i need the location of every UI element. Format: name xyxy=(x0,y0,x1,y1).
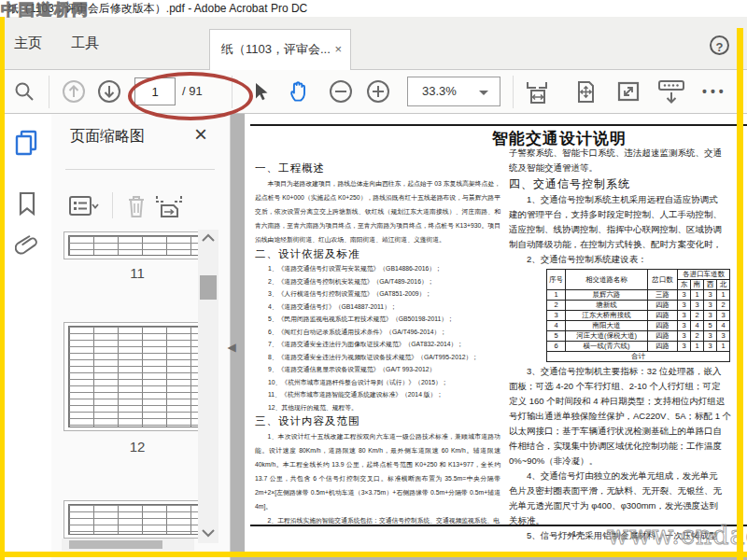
more-tools-icon[interactable]: ••• xyxy=(702,84,727,99)
bookmarks-icon[interactable] xyxy=(16,190,38,217)
document-tab[interactable]: 纸（1103，评审会... × xyxy=(209,29,351,70)
doc-line: 以太网接口；基于车辆通行状况检测基础上的单路口自 xyxy=(509,424,747,439)
doc-line: 号灯输出通道单独保险丝保护，AC220V、5A；标配 1 个 xyxy=(509,409,747,424)
table-subheader: 西 xyxy=(704,280,717,290)
tab-tools[interactable]: 工具 xyxy=(56,17,114,69)
attachments-icon[interactable] xyxy=(15,233,39,261)
sheet-frame-top xyxy=(250,124,747,126)
table-header: 岔口数 xyxy=(648,270,678,290)
paragraph: 1、本次设计红十五线改建工程按双向六车道一级公路技术标准，兼顾城市道路功能。设计… xyxy=(255,429,500,513)
signal-control-table: 序号 相交道路名称 岔口数 各进口车道数 东 南 西 北 1晨辉六路三路3131 xyxy=(546,269,730,362)
close-tab-icon[interactable]: × xyxy=(334,30,342,69)
hand-tool-icon[interactable] xyxy=(286,78,311,104)
doc-line: 0%~90%（非冷凝）。 xyxy=(509,454,747,469)
panel-collapse-icon[interactable]: ◀ xyxy=(224,334,239,360)
doc-line: 子警察系统、智能卡口系统、违法超速监测系统、交通 xyxy=(509,146,747,161)
table-subheader: 北 xyxy=(717,280,730,290)
standard-item: 12、其他现行的规范、规程等。 xyxy=(268,401,500,414)
paragraph: 本项目为老路改建项目，路线总体走向由西往东，起点始于 03 东复线高架终点处，起… xyxy=(255,176,500,246)
delete-pages-icon[interactable] xyxy=(123,192,149,220)
page-next-icon[interactable] xyxy=(97,79,121,104)
doc-line: 建的管理平台，支持多时段定时控制、人工手动控制、 xyxy=(509,207,747,222)
toolbar-divider xyxy=(513,76,514,108)
standard-item: 5、《民用闭路监视电视系统工程技术规范》（GB50198-2011）； xyxy=(268,313,500,326)
panel-toolbar-divider xyxy=(112,192,113,218)
doc-line: 件相结合，实现集中协调区域优化控制功能；工作温度 xyxy=(509,439,747,454)
doc-line: 光单元透光面尺寸为 φ400、φ300mm，发光强度达到 xyxy=(509,498,747,513)
standard-item: 3、《人行横道信号灯控制设置规范》（GAT851-2009）； xyxy=(268,287,500,301)
doc-line: 1、交通信号控制系统主机采用远程自适应协调式 xyxy=(509,192,747,207)
table-row: 3江东大桥南接线四路3233 xyxy=(547,311,730,321)
fullscreen-icon[interactable] xyxy=(616,79,641,104)
zoom-level-dropdown[interactable]: 33.3% xyxy=(407,77,500,106)
page-previous-icon[interactable] xyxy=(62,79,86,104)
standard-item: 9、《道路交通信息显示设备设置规范》（GA/T 993-2012） xyxy=(268,363,500,376)
close-panel-icon[interactable]: × xyxy=(194,121,207,147)
table-row: 2塘新线四路3332 xyxy=(547,301,730,311)
frame-bottom xyxy=(0,552,747,557)
search-icon[interactable] xyxy=(13,80,35,103)
thumbnail-options-icon[interactable] xyxy=(67,193,99,219)
table-subheader: 东 xyxy=(678,280,691,290)
horizontal-scroll-thumb[interactable] xyxy=(69,540,162,549)
table-row: 4南阳大道四路3454 xyxy=(547,321,730,331)
document-tab-label: 纸（1103，评审会... xyxy=(221,30,331,69)
thumbnail-page-11[interactable] xyxy=(63,231,211,259)
thumbnail-page-13[interactable] xyxy=(63,500,211,539)
table-header: 各进口车道数 xyxy=(678,270,730,280)
table-row: 合计 xyxy=(547,352,730,362)
page-thumbnails-icon[interactable] xyxy=(13,129,39,157)
frame-left xyxy=(0,17,5,560)
table-header: 序号 xyxy=(547,270,566,290)
watermark-top-left: 中国道桥网 xyxy=(1,0,90,21)
page-setup-icon[interactable] xyxy=(153,193,185,219)
thumbnail-label: 12 xyxy=(63,439,211,455)
table-subheader: 南 xyxy=(691,280,704,290)
doc-line: 定义 160 个时间段和 4 种日期类型；支持相位内灯组迟 xyxy=(509,394,747,409)
thumbnail-page-12[interactable] xyxy=(63,322,211,431)
standard-item: 10、《杭州市城市道路杆件整合设计导则（试行）》（2015）； xyxy=(268,376,500,389)
zoom-in-icon[interactable] xyxy=(366,79,390,104)
zoom-dropdown-caret-icon xyxy=(479,91,488,95)
table-header: 相交道路名称 xyxy=(566,270,648,290)
panel-title: 页面缩略图 xyxy=(70,127,145,147)
section-heading: 三、设计内容及范围 xyxy=(255,413,500,428)
standard-item: 2、《道路交通信号控制机安装规范》（GA/T489-2016）； xyxy=(268,275,500,288)
standard-item: 1、《道路交通信号灯设置与安装规范》（GB14886-2016）； xyxy=(268,262,500,275)
section-heading: 四、交通信号控制系统 xyxy=(509,175,747,192)
pdf-page[interactable]: 智能交通设计说明 一、工程概述 本项目为老路改建项目，路线总体走向由西往东，起点… xyxy=(245,114,747,553)
table-row: 5河庄大道(保税大道)四路3233 xyxy=(547,331,730,342)
fit-width-icon[interactable] xyxy=(523,78,551,106)
doc-line: 色片及密封圈表面平滑，无缺料、无开裂、无银丝、无 xyxy=(509,483,747,498)
thumbnail-label: 11 xyxy=(63,265,211,281)
window-title: 纸（1103，评审会后修改版本）.pdf - Adobe Acrobat Pro… xyxy=(0,0,747,17)
fit-page-icon[interactable] xyxy=(573,79,599,105)
doc-line: 适应控制、线协调控制、指挥中心联网控制、区域协调 xyxy=(509,222,747,237)
zoom-level-label: 33.3% xyxy=(422,77,457,105)
table-footer: 合计 xyxy=(547,352,730,362)
panel-divider xyxy=(65,169,215,170)
doc-line: 4、交通信号灯由独立的发光单元组成，发光单元 xyxy=(509,469,747,483)
help-icon[interactable]: ? xyxy=(710,35,729,55)
standard-item: 6、《闯红灯自动记录系统通用技术条件》（GA/T496-2014）； xyxy=(268,326,500,339)
red-circle-annotation xyxy=(128,72,253,120)
doc-line: 制自动降级功能，在控制方式转换、配时方案变化时， xyxy=(509,237,747,252)
frame-right xyxy=(737,28,743,560)
section-heading: 一、工程概述 xyxy=(255,161,500,175)
acrobat-window: 纸（1103，评审会后修改版本）.pdf - Adobe Acrobat Pro… xyxy=(0,0,747,560)
standard-item: 11、《杭州市城市道路智能交通系统建设标准》（2014 版）； xyxy=(268,388,500,401)
zoom-out-icon[interactable] xyxy=(329,79,353,104)
watermark-bottom-right: www.cndao.com xyxy=(607,521,747,550)
section-heading: 二、设计依据及标准 xyxy=(255,246,500,261)
doc-line: 面板；可选 4-20 个车行灯组、2-10 个人行灯组；可定 xyxy=(509,379,747,394)
vertical-scroll-thumb[interactable] xyxy=(200,275,217,300)
table-caption: 2、交通信号控制系统建设表： xyxy=(509,252,747,267)
tab-home[interactable]: 主页 xyxy=(0,17,56,69)
standard-item: 4、《道路交通信号灯》（GB14887-2011）； xyxy=(268,301,500,314)
page-footer-number: —1— xyxy=(542,529,607,539)
scroll-up-icon[interactable] xyxy=(201,233,216,243)
collapse-toolbar-icon[interactable] xyxy=(655,78,687,106)
scroll-down-icon[interactable] xyxy=(201,528,216,538)
left-column: 一、工程概述 本项目为老路改建项目，路线总体走向由西往东，起点始于 03 东复线… xyxy=(255,161,500,527)
table-row: 6横一线(青六线)四路3131 xyxy=(547,342,730,352)
